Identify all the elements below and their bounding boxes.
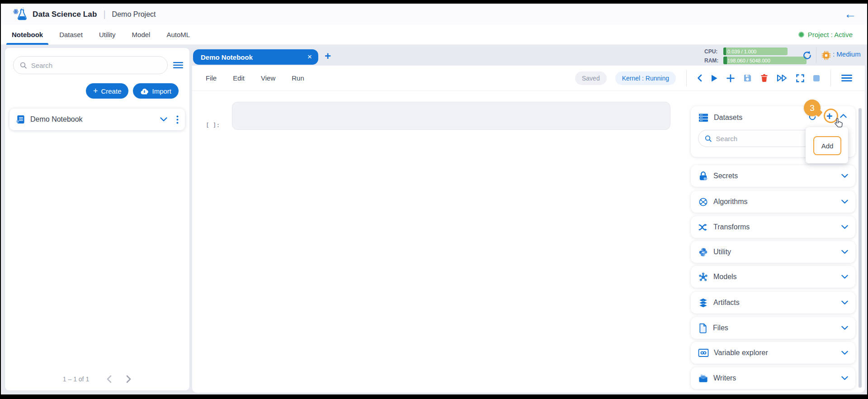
project-name: Demo Project xyxy=(112,10,156,19)
app-window: Data Science Lab | Demo Project ← Notebo… xyxy=(1,4,867,394)
plus-icon: + xyxy=(93,87,98,95)
kebab-menu-icon[interactable] xyxy=(176,115,179,124)
notebook-tab[interactable]: Demo Notebook × xyxy=(193,49,318,65)
section-variable-explorer[interactable]: Variable explorer xyxy=(691,342,855,364)
chevron-down-icon[interactable] xyxy=(841,326,848,330)
import-button[interactable]: Import xyxy=(133,83,179,99)
chevron-down-icon[interactable] xyxy=(841,275,848,279)
menu-edit[interactable]: Edit xyxy=(233,74,245,82)
title-divider: | xyxy=(103,9,105,19)
ram-usage-bar: 198.060 / 5048.000 xyxy=(723,57,807,64)
project-status-label: Project : Active xyxy=(808,31,853,38)
notebook-search[interactable] xyxy=(13,56,168,74)
datasets-label: Datasets xyxy=(714,114,742,122)
menu-run[interactable]: Run xyxy=(292,74,304,82)
chevron-down-icon[interactable] xyxy=(841,300,848,305)
refresh-resources-icon[interactable] xyxy=(802,50,812,61)
notebook-tab-title: Demo Notebook xyxy=(201,53,253,61)
menu-file[interactable]: File xyxy=(206,74,217,82)
tab-close-icon[interactable]: × xyxy=(307,52,312,62)
toolbar-divider xyxy=(830,70,831,86)
list-menu-icon[interactable] xyxy=(173,62,183,69)
strip-divider xyxy=(816,48,816,63)
python-utility-icon xyxy=(698,247,708,257)
chevron-down-icon[interactable] xyxy=(841,250,848,254)
stop-kernel-icon[interactable] xyxy=(813,75,820,82)
content-area: + Create Import xyxy=(1,45,867,394)
kernel-status-badge: Kernel : Running xyxy=(615,71,676,85)
run-cell-icon[interactable] xyxy=(711,74,718,82)
toolbar-divider xyxy=(686,70,687,86)
artifacts-icon xyxy=(698,298,708,308)
files-icon xyxy=(698,323,708,333)
add-tooltip-button[interactable]: Add xyxy=(813,136,841,155)
step-badge: 3 xyxy=(804,100,821,116)
cloud-import-icon xyxy=(140,88,149,95)
hand-cursor-icon xyxy=(833,118,843,128)
datasets-icon xyxy=(698,112,709,123)
save-notebook-icon[interactable] xyxy=(743,74,752,82)
nav-tab-dataset[interactable]: Dataset xyxy=(51,25,91,45)
ram-usage-value: 198.060 / 5048.000 xyxy=(723,58,770,63)
menu-view[interactable]: View xyxy=(261,74,275,82)
code-cell[interactable] xyxy=(232,102,670,130)
section-files[interactable]: Files xyxy=(691,317,855,339)
collapse-panel-icon[interactable] xyxy=(697,74,702,82)
resource-usage: CPU: 0.039 / 1.000 RAM: 198.060 / 5048.0… xyxy=(704,48,807,66)
save-status-badge: Saved xyxy=(575,71,607,85)
notebook-list-item[interactable]: Demo Notebook xyxy=(9,109,185,130)
nav-tab-automl[interactable]: AutoML xyxy=(158,25,198,45)
page-prev-icon[interactable] xyxy=(106,375,112,383)
section-artifacts[interactable]: Artifacts xyxy=(691,292,855,314)
search-icon xyxy=(20,62,27,69)
add-cell-icon[interactable] xyxy=(726,74,735,82)
page-next-icon[interactable] xyxy=(126,375,132,383)
models-icon xyxy=(698,272,708,282)
app-logo-icon xyxy=(12,6,28,23)
nav-tab-model[interactable]: Model xyxy=(124,25,159,45)
add-tab-icon[interactable]: + xyxy=(325,50,331,62)
cpu-label: CPU: xyxy=(704,48,723,55)
algorithms-icon xyxy=(698,197,708,207)
ram-label: RAM: xyxy=(704,57,723,64)
app-header: Data Science Lab | Demo Project ← xyxy=(1,4,867,25)
create-button[interactable]: + Create xyxy=(86,83,129,99)
notebook-toolbar: File Edit View Run Saved Kernel : Runnin… xyxy=(192,66,865,91)
right-panel-scrollbar[interactable] xyxy=(859,108,862,388)
section-secrets[interactable]: Secrets xyxy=(691,165,855,187)
chevron-down-icon[interactable] xyxy=(160,117,167,122)
run-all-cells-icon[interactable] xyxy=(777,74,788,82)
nav-tab-utility[interactable]: Utility xyxy=(91,25,124,45)
notebook-menu-icon[interactable] xyxy=(841,74,852,82)
section-algorithms[interactable]: Algorithms xyxy=(691,191,855,213)
section-models[interactable]: Models xyxy=(691,266,855,288)
chevron-down-icon[interactable] xyxy=(841,174,848,178)
section-utility[interactable]: Utility xyxy=(691,241,855,263)
search-icon xyxy=(705,135,712,142)
cpu-usage-value: 0.039 / 1.000 xyxy=(723,49,756,54)
notebook-search-input[interactable] xyxy=(31,62,161,69)
chevron-down-icon[interactable] xyxy=(841,351,848,355)
section-transforms[interactable]: Transforms xyxy=(691,216,855,238)
delete-cell-icon[interactable] xyxy=(760,74,768,82)
app-title: Data Science Lab xyxy=(33,10,97,19)
notebook-icon xyxy=(16,114,25,124)
pagination-range: 1 – 1 of 1 xyxy=(63,375,89,383)
section-writers[interactable]: Writers xyxy=(691,367,855,389)
chevron-down-icon[interactable] xyxy=(841,376,848,380)
nav-tab-notebook[interactable]: Notebook xyxy=(4,25,51,45)
secrets-icon xyxy=(698,171,708,181)
cell-prompt: [ ]: xyxy=(206,122,232,130)
instance-chip-icon xyxy=(821,51,831,60)
chevron-down-icon[interactable] xyxy=(841,200,848,204)
project-status-dot xyxy=(798,32,804,38)
notebook-item-name: Demo Notebook xyxy=(30,115,83,124)
fullscreen-icon[interactable] xyxy=(796,74,804,82)
notebook-list-panel: + Create Import xyxy=(5,48,190,391)
transforms-icon xyxy=(698,222,708,233)
add-tooltip: Add xyxy=(806,127,848,163)
back-arrow-icon[interactable]: ← xyxy=(844,8,856,20)
chevron-down-icon[interactable] xyxy=(841,225,848,229)
instance-size-label: : Medium xyxy=(833,50,861,58)
cpu-usage-bar: 0.039 / 1.000 xyxy=(723,48,788,55)
